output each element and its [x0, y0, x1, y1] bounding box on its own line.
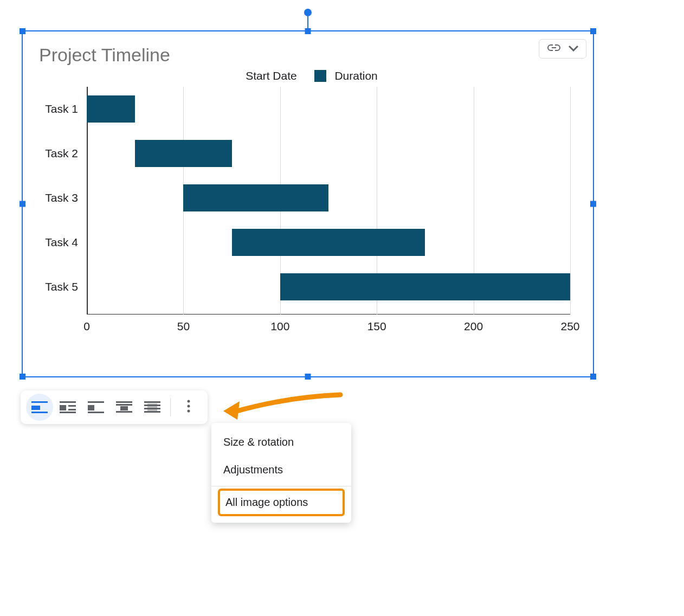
svg-rect-0 [31, 401, 48, 403]
bar-row: Task 5 [87, 273, 570, 300]
menu-item-adjustments[interactable]: Adjustments [211, 456, 351, 484]
category-label: Task 3 [45, 191, 78, 204]
svg-rect-4 [60, 405, 66, 410]
rotate-handle[interactable] [304, 9, 312, 16]
svg-rect-19 [144, 411, 160, 413]
svg-rect-2 [31, 412, 48, 413]
bar [135, 140, 231, 167]
menu-item-size-rotation[interactable]: Size & rotation [211, 428, 351, 456]
svg-point-22 [188, 410, 190, 413]
category-label: Task 1 [45, 102, 78, 116]
x-tick: 50 [177, 320, 190, 333]
category-label: Task 5 [45, 280, 78, 293]
break-text-button[interactable] [111, 394, 138, 421]
more-vert-icon [187, 400, 190, 415]
bar-row: Task 1 [87, 95, 570, 123]
gridline [570, 87, 571, 315]
svg-rect-16 [144, 401, 160, 403]
wrap-right-button[interactable] [54, 394, 81, 421]
category-label: Task 2 [45, 147, 78, 160]
menu-item-all-image-options[interactable]: All image options [218, 489, 345, 516]
svg-rect-14 [116, 411, 132, 413]
svg-rect-5 [68, 405, 76, 407]
svg-rect-18 [144, 408, 160, 409]
inline-wrap-button[interactable] [26, 394, 53, 421]
x-tick: 100 [270, 320, 289, 333]
bar-row: Task 4 [87, 229, 570, 256]
svg-rect-10 [88, 412, 104, 413]
image-options-menu: Size & rotation Adjustments All image op… [211, 423, 351, 523]
bar [232, 229, 425, 256]
x-tick: 0 [83, 320, 90, 333]
bar-row: Task 2 [87, 140, 570, 167]
svg-rect-9 [88, 405, 94, 410]
svg-point-21 [188, 405, 190, 408]
svg-rect-6 [68, 409, 76, 410]
x-tick: 200 [464, 320, 483, 333]
svg-point-20 [188, 400, 190, 403]
svg-rect-1 [31, 406, 40, 410]
bar [87, 95, 135, 123]
legend-swatch [314, 70, 326, 82]
bar-row: Task 3 [87, 184, 570, 211]
svg-rect-11 [116, 401, 132, 403]
more-options-button[interactable] [175, 394, 202, 421]
svg-rect-8 [88, 401, 104, 403]
chart-legend: Start Date Duration [39, 69, 584, 82]
wrap-left-button[interactable] [82, 394, 109, 421]
menu-separator [211, 486, 351, 486]
chart-plot: Task 1Task 2Task 3Task 4Task 5 [87, 87, 570, 315]
x-axis [87, 314, 570, 315]
category-label: Task 4 [45, 236, 78, 249]
image-toolbar [21, 390, 208, 424]
legend-series-2: Duration [334, 69, 377, 82]
chart-object[interactable]: Project Timeline Start Date Duration Tas… [22, 30, 594, 377]
bar [280, 273, 570, 300]
toolbar-divider [170, 398, 171, 416]
x-tick: 250 [560, 320, 579, 333]
chart-area: Project Timeline Start Date Duration Tas… [23, 31, 593, 376]
svg-rect-12 [116, 404, 132, 406]
x-tick-labels: 050100150200250 [87, 317, 570, 333]
x-tick: 150 [367, 320, 386, 333]
chart-title: Project Timeline [39, 44, 584, 66]
behind-text-button[interactable] [139, 394, 166, 421]
svg-rect-3 [60, 401, 76, 403]
svg-rect-13 [120, 406, 128, 410]
bar [183, 184, 328, 211]
svg-rect-7 [60, 412, 76, 413]
svg-rect-17 [144, 405, 160, 406]
rotate-line [307, 15, 308, 28]
legend-series-1: Start Date [246, 69, 297, 82]
